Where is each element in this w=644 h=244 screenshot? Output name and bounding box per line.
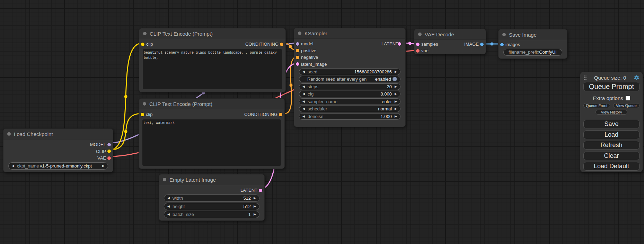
queue-front-button[interactable]: Queue Front (583, 103, 610, 108)
increment-arrow-icon[interactable]: ▶ (254, 205, 256, 208)
queue-menu-panel: Queue size: 0 Queue Prompt Extra options… (580, 72, 643, 172)
latent-output-port[interactable] (398, 42, 401, 46)
node-load-checkpoint[interactable]: Load Checkpoint MODEL CLIP VAE ◀ ckpt_na… (3, 128, 113, 172)
settings-gear-icon[interactable] (634, 75, 639, 81)
decrement-arrow-icon[interactable]: ◀ (167, 197, 170, 200)
widget-value: 512 (243, 204, 254, 209)
decrement-arrow-icon[interactable]: ◀ (167, 213, 170, 216)
increment-arrow-icon[interactable]: ▶ (254, 197, 256, 200)
model-input-port[interactable] (296, 42, 299, 46)
node-titlebar[interactable]: Empty Latent Image (159, 174, 264, 185)
decrement-arrow-icon[interactable]: ◀ (302, 115, 305, 118)
scheduler-widget[interactable]: ◀ scheduler normal ▶ (299, 106, 400, 112)
increment-arrow-icon[interactable]: ▶ (395, 107, 397, 110)
steps-widget[interactable]: ◀ steps 20 ▶ (299, 83, 400, 90)
drag-handle-icon[interactable] (583, 75, 586, 80)
image-output-port[interactable] (480, 43, 484, 46)
images-input-port[interactable] (500, 43, 504, 46)
node-clip-text-encode-positive[interactable]: CLIP Text Encode (Prompt) clip CONDITION… (139, 28, 286, 92)
collapse-dot-icon[interactable] (298, 31, 301, 35)
prompt-text-area[interactable]: beautiful scenery nature glass bottle la… (143, 49, 282, 89)
widget-label: scheduler (308, 106, 327, 111)
increment-arrow-icon[interactable]: ▶ (395, 92, 397, 96)
input-label: vae (421, 48, 429, 53)
conditioning-output-port[interactable] (280, 43, 283, 46)
decrement-arrow-icon[interactable]: ◀ (302, 85, 305, 88)
input-label: positive (301, 48, 316, 53)
view-queue-button[interactable]: View Queue (613, 103, 640, 108)
node-save-image[interactable]: Save Image images filename_prefix ComfyU… (498, 29, 567, 59)
latent-output-port[interactable] (259, 189, 262, 192)
increment-arrow-icon[interactable]: ▶ (102, 164, 105, 168)
widget-value: 156680208700286 (354, 69, 395, 74)
seed-widget[interactable]: ◀ seed 156680208700286 ▶ (299, 69, 400, 75)
collapse-dot-icon[interactable] (143, 102, 146, 106)
view-history-button[interactable]: View History (596, 110, 627, 115)
widget-label: sampler_name (308, 99, 337, 104)
filename-prefix-widget[interactable]: filename_prefix ComfyUI (503, 49, 562, 56)
increment-arrow-icon[interactable]: ▶ (254, 213, 256, 216)
batch-size-widget[interactable]: ◀ batch_size 1 ▶ (164, 211, 259, 218)
save-button[interactable]: Save (583, 120, 639, 128)
load-default-button[interactable]: Load Default (583, 162, 639, 171)
collapse-dot-icon[interactable] (163, 178, 166, 181)
positive-input-port[interactable] (296, 49, 299, 52)
node-titlebar[interactable]: Save Image (499, 29, 567, 40)
random-seed-toggle-widget[interactable]: Random seed after every gen enabled (299, 76, 400, 82)
vae-output-port[interactable] (107, 156, 111, 160)
collapse-dot-icon[interactable] (418, 33, 422, 36)
extra-options-label: Extra options (593, 95, 623, 101)
conditioning-output-port[interactable] (279, 113, 282, 116)
decrement-arrow-icon[interactable]: ◀ (302, 70, 305, 73)
collapse-dot-icon[interactable] (143, 32, 147, 35)
node-titlebar[interactable]: VAE Decode (414, 29, 486, 40)
node-ksampler[interactable]: KSampler model LATENT positive negative … (294, 28, 406, 127)
output-label: MODEL (90, 142, 106, 147)
queue-prompt-button[interactable]: Queue Prompt (583, 82, 639, 91)
clip-input-port[interactable] (141, 113, 144, 116)
cfg-widget[interactable]: ◀ cfg 8.000 ▶ (299, 91, 400, 97)
height-widget[interactable]: ◀ height 512 ▶ (164, 203, 259, 210)
node-titlebar[interactable]: CLIP Text Encode (Prompt) (139, 28, 285, 39)
decrement-arrow-icon[interactable]: ◀ (302, 107, 305, 110)
node-titlebar[interactable]: KSampler (294, 28, 405, 39)
node-empty-latent-image[interactable]: Empty Latent Image LATENT ◀ width 512 ▶ … (159, 174, 265, 221)
node-vae-decode[interactable]: VAE Decode samples IMAGE vae (414, 29, 486, 54)
negative-input-port[interactable] (296, 56, 299, 59)
toggle-dot-icon[interactable] (392, 77, 397, 81)
input-label: negative (301, 55, 318, 60)
collapse-dot-icon[interactable] (502, 33, 506, 36)
samples-input-port[interactable] (416, 43, 420, 46)
widget-value: v1-5-pruned-emaonly.ckpt (40, 163, 95, 169)
decrement-arrow-icon[interactable]: ◀ (167, 205, 170, 208)
increment-arrow-icon[interactable]: ▶ (395, 100, 397, 103)
vae-input-port[interactable] (416, 49, 420, 53)
node-clip-text-encode-negative[interactable]: CLIP Text Encode (Prompt) clip CONDITION… (139, 98, 285, 169)
output-label: LATENT (240, 188, 257, 193)
model-output-port[interactable] (107, 143, 111, 146)
refresh-button[interactable]: Refresh (583, 141, 639, 150)
increment-arrow-icon[interactable]: ▶ (395, 85, 397, 88)
collapse-dot-icon[interactable] (7, 132, 11, 136)
clear-button[interactable]: Clear (583, 152, 639, 160)
widget-label: filename_prefix (509, 49, 539, 55)
decrement-arrow-icon[interactable]: ◀ (302, 100, 305, 103)
sampler-name-widget[interactable]: ◀ sampler_name euler ▶ (299, 98, 400, 105)
extra-options-checkbox[interactable] (626, 96, 630, 100)
prompt-text-area[interactable]: text, watermark (142, 119, 281, 166)
decrement-arrow-icon[interactable]: ◀ (302, 92, 305, 96)
increment-arrow-icon[interactable]: ▶ (395, 70, 397, 73)
clip-output-port[interactable] (107, 150, 111, 153)
node-titlebar[interactable]: CLIP Text Encode (Prompt) (139, 99, 284, 109)
decrement-arrow-icon[interactable]: ◀ (12, 164, 14, 168)
node-titlebar[interactable]: Load Checkpoint (3, 129, 113, 139)
ckpt-name-widget[interactable]: ◀ ckpt_name v1-5-pruned-emaonly.ckpt ▶ (8, 162, 108, 170)
load-button[interactable]: Load (583, 130, 639, 139)
output-label: VAE (97, 155, 106, 161)
denoise-widget[interactable]: ◀ denoise 1.000 ▶ (299, 113, 400, 120)
latent-image-input-port[interactable] (296, 62, 299, 66)
width-widget[interactable]: ◀ width 512 ▶ (164, 195, 259, 202)
increment-arrow-icon[interactable]: ▶ (395, 115, 397, 118)
comfyui-graph-canvas[interactable]: { "colors": { "model": "#B39DDB", "clip"… (0, 0, 644, 244)
clip-input-port[interactable] (141, 43, 144, 46)
